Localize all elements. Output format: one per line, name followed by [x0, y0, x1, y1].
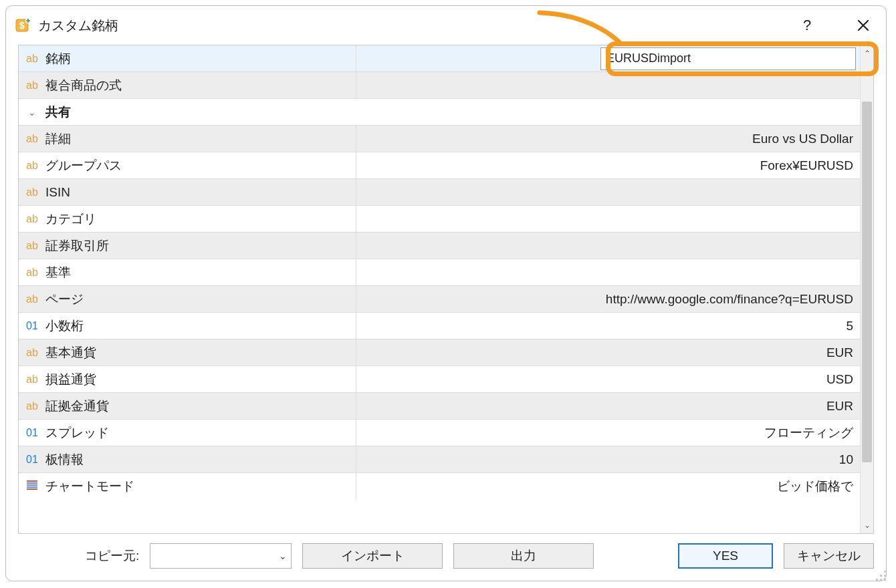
custom-symbol-dialog: $ カスタム銘柄 ? ab銘柄ab複合商品の式⌄共有ab詳細Euro vs US… [5, 5, 887, 581]
property-label-cell: 01小数桁 [19, 313, 356, 339]
property-value-cell[interactable]: EUR [356, 393, 860, 419]
cancel-button[interactable]: キャンセル [784, 543, 874, 569]
property-value-cell[interactable]: 5 [356, 313, 860, 339]
property-row[interactable]: abISIN [19, 179, 860, 206]
scroll-down-icon[interactable]: ⌄ [861, 519, 873, 532]
help-button[interactable]: ? [794, 12, 820, 39]
property-label-cell: abグループパス [19, 152, 356, 178]
resize-grip-icon[interactable] [875, 570, 887, 582]
property-rows-container: ab銘柄ab複合商品の式⌄共有ab詳細Euro vs US Dollarabグル… [19, 45, 860, 533]
property-row[interactable]: ab損益通貨USD [19, 366, 860, 393]
property-value-cell[interactable]: USD [356, 366, 860, 392]
property-value-cell[interactable] [356, 179, 860, 205]
property-label-cell: ab銘柄 [19, 45, 356, 71]
close-button[interactable] [850, 12, 877, 39]
text-type-icon: ab [23, 347, 41, 359]
property-value-cell[interactable]: フローティング [356, 420, 860, 446]
window-title: カスタム銘柄 [38, 17, 118, 35]
property-row[interactable]: ab証券取引所 [19, 233, 860, 259]
copy-from-label: コピー元: [85, 547, 139, 565]
bottom-toolbar: コピー元: ⌄ インポート 出力 YES キャンセル [6, 534, 886, 581]
text-type-icon: ab [23, 160, 41, 172]
vertical-scrollbar[interactable]: ⌃ ⌄ [860, 45, 873, 533]
number-type-icon: 01 [23, 427, 41, 439]
property-row[interactable]: ab基本通貨EUR [19, 339, 860, 366]
property-value-cell[interactable] [356, 45, 860, 71]
text-type-icon: ab [23, 133, 41, 145]
property-label-cell: ab損益通貨 [19, 366, 356, 392]
scroll-up-icon[interactable]: ⌃ [861, 47, 873, 60]
property-value-cell[interactable]: ビッド価格で [356, 473, 860, 500]
property-label: 基準 [41, 264, 71, 281]
property-label: 証拠金通貨 [41, 398, 109, 415]
property-label-cell: ⌄共有 [19, 99, 860, 125]
property-label-cell: ab基本通貨 [19, 339, 356, 365]
property-value-cell[interactable] [356, 259, 860, 285]
property-row[interactable]: ab詳細Euro vs US Dollar [19, 126, 860, 152]
property-label: 共有 [41, 104, 71, 121]
chevron-down-icon: ⌄ [279, 551, 287, 561]
text-type-icon: ab [23, 240, 41, 252]
property-value-cell[interactable]: 10 [356, 446, 860, 472]
property-row[interactable]: abカテゴリ [19, 206, 860, 233]
property-row[interactable]: ab銘柄 [19, 45, 860, 72]
property-row[interactable]: チャートモードビッド価格で [19, 473, 860, 500]
property-label-cell: チャートモード [19, 473, 356, 500]
text-type-icon: ab [23, 267, 41, 279]
property-value-cell[interactable] [356, 233, 860, 259]
property-value-cell[interactable]: http://www.google.com/finance?q=EURUSD [356, 286, 860, 312]
property-label-cell: abISIN [19, 179, 356, 205]
property-value-cell[interactable]: Forex¥EURUSD [356, 152, 860, 178]
property-label-cell: ab基準 [19, 259, 356, 285]
property-row[interactable]: ab複合商品の式 [19, 72, 860, 99]
property-row[interactable]: abグループパスForex¥EURUSD [19, 152, 860, 179]
property-label: 銘柄 [41, 50, 71, 67]
yes-button[interactable]: YES [678, 543, 773, 569]
text-type-icon: ab [23, 400, 41, 412]
import-button[interactable]: インポート [302, 543, 443, 569]
dollar-plus-icon: $ [15, 17, 31, 33]
property-value-cell[interactable]: EUR [356, 339, 860, 365]
property-label: グループパス [41, 157, 122, 174]
property-label: 小数桁 [41, 317, 84, 335]
property-value-cell[interactable] [356, 206, 860, 232]
property-row[interactable]: ab証拠金通貨EUR [19, 393, 860, 420]
property-value-cell[interactable] [356, 72, 860, 98]
property-label: チャートモード [41, 478, 134, 495]
chart-mode-icon [23, 479, 41, 494]
text-type-icon: ab [23, 186, 41, 198]
property-label-cell: ab証拠金通貨 [19, 393, 356, 419]
number-type-icon: 01 [23, 320, 41, 332]
property-label: カテゴリ [41, 210, 96, 228]
property-row[interactable]: 01スプレッドフローティング [19, 420, 860, 446]
text-type-icon: ab [23, 293, 41, 305]
titlebar: $ カスタム銘柄 ? [6, 6, 886, 45]
property-row[interactable]: 01小数桁5 [19, 313, 860, 339]
property-label: 複合商品の式 [41, 77, 122, 94]
scrollbar-thumb[interactable] [862, 102, 872, 462]
export-button[interactable]: 出力 [453, 543, 594, 569]
property-row[interactable]: 01板情報10 [19, 446, 860, 473]
property-label-cell: ab証券取引所 [19, 233, 356, 259]
property-row[interactable]: abページhttp://www.google.com/finance?q=EUR… [19, 286, 860, 313]
copy-from-combobox[interactable]: ⌄ [150, 543, 292, 569]
property-label-cell: 01板情報 [19, 446, 356, 472]
property-label: 詳細 [41, 130, 71, 148]
chevron-down-icon: ⌄ [23, 107, 41, 118]
property-group-header[interactable]: ⌄共有 [19, 99, 860, 126]
property-label-cell: ab詳細 [19, 126, 356, 152]
property-label: 板情報 [41, 451, 84, 468]
property-label: ISIN [41, 185, 70, 200]
property-label-cell: abページ [19, 286, 356, 312]
text-type-icon: ab [23, 213, 41, 225]
property-label-cell: 01スプレッド [19, 420, 356, 446]
property-label: 基本通貨 [41, 344, 96, 361]
number-type-icon: 01 [23, 454, 41, 466]
property-label-cell: ab複合商品の式 [19, 72, 356, 98]
property-label: ページ [41, 291, 84, 308]
property-value-cell[interactable]: Euro vs US Dollar [356, 126, 860, 152]
property-row[interactable]: ab基準 [19, 259, 860, 286]
property-grid: ab銘柄ab複合商品の式⌄共有ab詳細Euro vs US Dollarabグル… [18, 45, 874, 534]
property-label: スプレッド [41, 424, 109, 442]
symbol-name-input[interactable] [600, 47, 856, 70]
